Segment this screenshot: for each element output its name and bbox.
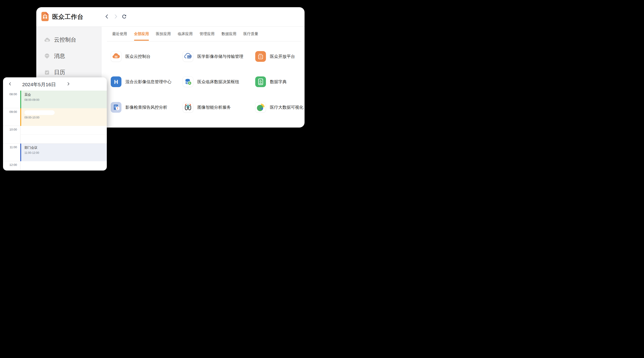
tab-recent[interactable]: 最近使用 (112, 27, 127, 41)
app-label: 医众云控制台 (126, 54, 150, 59)
cloud-icon (44, 36, 50, 43)
event-title: 晨会 (24, 93, 31, 97)
app-label: 混合云影像信息管理中心 (126, 79, 172, 85)
hour-row (3, 161, 107, 171)
calendar-prev-button[interactable] (7, 81, 13, 87)
sidebar-item-messages[interactable]: 消息 (36, 48, 101, 64)
event-time: 09:00-10:00 (24, 116, 39, 119)
tab-clinical[interactable]: 临床应用 (178, 27, 193, 41)
app-grid: 医众云控制台 Mos 医学影像存储与传输管理 (107, 41, 301, 128)
app-label: 影像检查报告风控分析 (126, 105, 167, 110)
window-header: 医众工作台 (36, 7, 304, 26)
app-label: 医众临床数据决策枢纽 (197, 79, 239, 85)
calendar-event-department-meeting[interactable]: 部门会议 11:00-12:00 (20, 144, 107, 161)
app-cloud-console[interactable]: 医众云控制台 (111, 51, 150, 62)
tab-quality[interactable]: 医疗质量 (243, 27, 258, 41)
nav-buttons (104, 14, 127, 19)
app-label: 医众开放平台 (270, 54, 295, 59)
sidebar-item-cloud-console[interactable]: 云控制台 (36, 32, 101, 48)
svg-text:Mos: Mos (188, 56, 191, 58)
time-label: 11:00 (3, 146, 17, 149)
svg-text:D: D (260, 80, 262, 83)
time-label: 12:00 (3, 163, 17, 167)
calendar-header: 2024年5月16日 (3, 77, 107, 91)
app-hybrid-cloud-imaging[interactable]: H 混合云影像信息管理中心 (111, 76, 172, 87)
sidebar-item-label: 日历 (54, 69, 65, 76)
database-plus-icon (183, 76, 193, 87)
cloud-settings-icon (111, 51, 122, 62)
back-button[interactable] (104, 14, 110, 19)
hour-row (3, 126, 107, 144)
refresh-button[interactable] (122, 14, 127, 19)
message-icon (44, 53, 50, 59)
forward-button[interactable] (113, 14, 118, 19)
calendar-day-view[interactable]: 08:00 09:00 10:00 11:00 12:00 晨会 08:00-0… (3, 91, 107, 171)
window-title: 医众工作台 (52, 13, 84, 21)
report-warning-icon: ! (111, 102, 122, 113)
app-image-storage[interactable]: Mos 医学影像存储与传输管理 (183, 51, 243, 62)
app-report-risk-analysis[interactable]: ! 影像检查报告风控分析 (111, 102, 167, 113)
cloud-storage-icon: Mos (183, 51, 193, 62)
app-logo-icon (42, 12, 49, 21)
content-area: 最近使用 全部应用 医技应用 临床应用 管理应用 数据应用 医疗质量 (102, 27, 304, 128)
calendar-panel: 2024年5月16日 08:00 09:00 10:00 11:00 12:00… (3, 77, 107, 171)
pie-chart-icon (255, 102, 266, 113)
time-label: 09:00 (3, 110, 17, 114)
screen: 医众工作台 (0, 0, 322, 179)
event-time: 11:00-12:00 (24, 151, 39, 155)
lungs-icon (183, 102, 193, 113)
app-image-ai-analysis[interactable]: 图像智能分析服务 (183, 102, 231, 113)
calendar-icon (44, 69, 50, 75)
letter-h-icon: H (111, 76, 122, 87)
open-platform-code-icon: </> (255, 51, 266, 62)
svg-text:!: ! (117, 107, 118, 110)
svg-text:H: H (114, 79, 118, 85)
tab-medtech[interactable]: 医技应用 (156, 27, 171, 41)
app-big-data-visualization[interactable]: 医疗大数据可视化 (255, 102, 304, 113)
tab-data[interactable]: 数据应用 (222, 27, 236, 41)
app-open-platform[interactable]: </> 医众开放平台 (255, 51, 295, 62)
tab-all-apps[interactable]: 全部应用 (134, 27, 149, 41)
redacted-event-title (24, 110, 55, 115)
event-title: 部门会议 (24, 146, 38, 150)
app-label: 医疗大数据可视化 (270, 105, 304, 110)
sidebar-item-label: 云控制台 (54, 36, 76, 43)
app-label: 医学影像存储与传输管理 (197, 54, 243, 59)
app-label: 数据字典 (270, 79, 287, 85)
sidebar-item-label: 消息 (54, 52, 65, 60)
tab-bar: 最近使用 全部应用 医技应用 临床应用 管理应用 数据应用 医疗质量 (107, 27, 301, 41)
calendar-next-button[interactable] (66, 81, 71, 87)
app-clinical-data-hub[interactable]: 医众临床数据决策枢纽 (183, 76, 239, 87)
time-label: 08:00 (3, 92, 17, 96)
app-data-dictionary[interactable]: D 数据字典 (255, 76, 287, 87)
app-label: 图像智能分析服务 (197, 105, 231, 110)
calendar-event-redacted[interactable]: 09:00-10:00 (20, 108, 107, 126)
half-hour-line (20, 135, 107, 135)
calendar-event-morning-meeting[interactable]: 晨会 08:00-09:00 (20, 91, 107, 108)
svg-text:</>: </> (259, 56, 262, 58)
calendar-date-label: 2024年5月16日 (19, 81, 59, 88)
dictionary-book-icon: D (255, 76, 266, 87)
event-time: 08:00-09:00 (24, 98, 39, 102)
time-label: 10:00 (3, 128, 17, 131)
tab-management[interactable]: 管理应用 (200, 27, 214, 41)
